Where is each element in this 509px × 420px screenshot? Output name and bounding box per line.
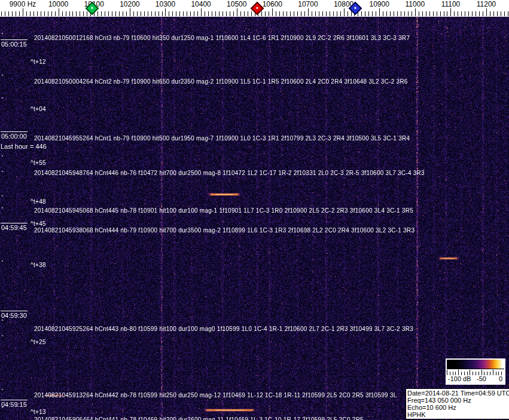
- ruler-tick: [283, 11, 284, 16]
- ruler-tick: [372, 11, 373, 16]
- freq-tick-label: 11100: [441, 0, 461, 8]
- ruler-tick: [450, 8, 451, 16]
- ruler-tick: [212, 11, 212, 16]
- time-axis-tick: `: [1, 34, 4, 39]
- colorbar-label-min: -100 dB: [448, 375, 471, 382]
- ruler-tick: [197, 11, 198, 16]
- ruler-tick: [126, 11, 127, 16]
- ruler-tick: [476, 11, 476, 16]
- time-axis-tick: `: [1, 390, 4, 395]
- freq-tick-label: 10300: [156, 0, 175, 8]
- freq-tick-label: 10200: [120, 0, 139, 8]
- ruler-tick: [361, 11, 362, 16]
- ruler-tick: [112, 11, 112, 16]
- ruler-tick: [230, 11, 230, 16]
- ruler-tick: [444, 11, 444, 16]
- ruler-tick: [401, 11, 401, 16]
- detection-event-line: 20140821045945068 hCnt445 nb-78 f10901 h…: [34, 207, 413, 214]
- ruler-tick: [62, 11, 63, 16]
- ruler-tick: [240, 11, 241, 16]
- detection-event-line-partial: 20140821045906464 hCnt441 nb-78 f10469 h…: [34, 416, 364, 420]
- ruler-tick: [426, 11, 426, 16]
- ruler-tick: [80, 11, 80, 16]
- ruler-tick: [251, 11, 252, 16]
- ruler-tick: [422, 11, 423, 16]
- ruler-tick: [344, 8, 345, 16]
- ruler-tick: [8, 11, 9, 16]
- ruler-tick: [105, 11, 105, 16]
- ruler-tick: [133, 11, 134, 16]
- info-line: Echo=10 600 Hz: [407, 404, 508, 411]
- ruler-tick: [51, 11, 52, 16]
- ruler-tick: [312, 11, 312, 16]
- hour-count-note: Last hour = 446: [1, 143, 47, 150]
- ruler-tick: [340, 11, 341, 16]
- ruler-tick: [215, 11, 216, 16]
- ruler-tick: [41, 11, 41, 16]
- ruler-tick: [458, 11, 458, 16]
- freq-tick-label: 10700: [298, 0, 318, 8]
- ruler-tick: [397, 11, 398, 16]
- time-offset-marker: ^t+04: [31, 106, 46, 112]
- marker-center-dot: [256, 7, 258, 9]
- time-axis-tick: `: [1, 336, 4, 341]
- ruler-tick: [348, 11, 348, 16]
- ruler-tick: [201, 8, 202, 16]
- ruler-tick: [130, 8, 130, 16]
- ruler-tick: [179, 11, 180, 16]
- ruler-tick: [48, 11, 48, 16]
- colorbar-labels: -100 dB -50 0: [447, 375, 504, 384]
- ruler-tick: [461, 11, 462, 16]
- ruler-tick: [490, 11, 490, 16]
- amplitude-colorbar: -100 dB -50 0: [446, 358, 505, 385]
- ruler-tick: [415, 8, 416, 16]
- ruler-tick: [162, 11, 163, 16]
- ruler-tick: [115, 11, 116, 16]
- ruler-tick: [205, 11, 205, 16]
- ruler-tick: [483, 11, 483, 16]
- ruler-tick: [233, 11, 234, 16]
- ruler-tick: [386, 11, 387, 16]
- ruler-tick: [286, 11, 287, 16]
- time-axis-tick: `: [1, 197, 4, 201]
- time-axis-tick: `: [1, 408, 4, 413]
- ruler-tick: [33, 11, 34, 16]
- ruler-tick: [83, 11, 84, 16]
- ruler-tick: [183, 11, 184, 16]
- time-offset-marker: ^t+45: [31, 220, 46, 227]
- freq-tick-label: 10600: [263, 0, 282, 8]
- ruler-tick: [19, 11, 20, 16]
- ruler-tick: [151, 11, 152, 16]
- ruler-tick: [123, 11, 123, 16]
- time-offset-marker: ^t+55: [31, 160, 46, 166]
- time-axis-tick: `: [1, 99, 4, 103]
- ruler-tick: [23, 8, 23, 16]
- time-offset-marker: ^t+38: [31, 262, 46, 268]
- time-axis-tick: `: [1, 157, 4, 161]
- ruler-tick: [319, 11, 319, 16]
- ruler-tick: [365, 11, 365, 16]
- ruler-tick: [301, 11, 301, 16]
- detection-event-line: 20140821045955264 hCnt1 nb-79 f10900 hit…: [34, 135, 410, 142]
- freq-tick-label: 10400: [191, 0, 211, 8]
- ruler-tick: [187, 11, 187, 16]
- ruler-tick: [244, 11, 245, 16]
- detection-event-line: 20140821050004264 hCnt2 nb-79 f10900 hit…: [34, 78, 408, 85]
- freq-tick-label: 11000: [406, 0, 425, 8]
- ruler-tick: [59, 8, 59, 16]
- info-line: HPHK: [407, 411, 508, 418]
- ruler-tick: [326, 11, 327, 16]
- ruler-tick: [351, 11, 352, 16]
- freq-tick-label: 10000: [48, 0, 68, 8]
- time-offset-marker: ^t+25: [31, 339, 46, 345]
- ruler-tick: [119, 11, 120, 16]
- ruler-tick: [148, 11, 148, 16]
- ruler-tick: [433, 11, 434, 16]
- ruler-tick: [30, 11, 31, 16]
- colorbar-gradient: [447, 360, 504, 369]
- ruler-tick: [69, 11, 70, 16]
- ruler-tick: [404, 11, 405, 16]
- ruler-tick: [454, 11, 455, 16]
- ruler-tick: [223, 11, 223, 16]
- waterfall-spectrogram: [0, 17, 509, 420]
